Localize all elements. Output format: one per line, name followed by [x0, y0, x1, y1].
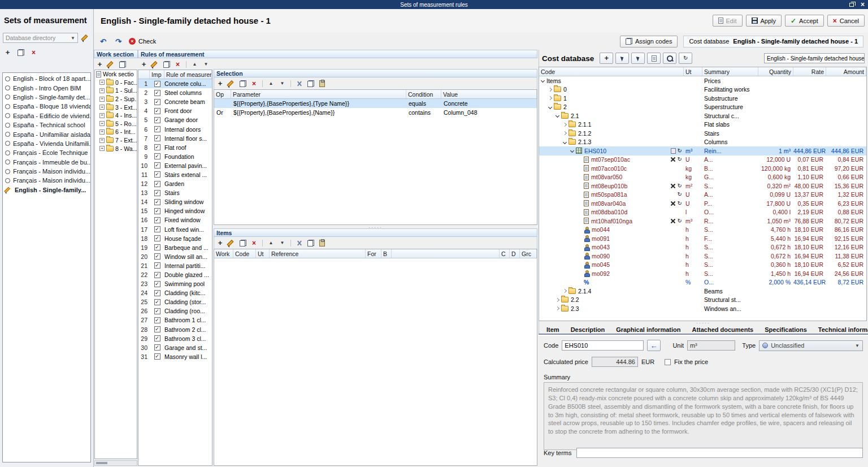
rule-row[interactable]: 19✓Barbeque and ... [138, 243, 212, 252]
cost-document-button[interactable] [647, 53, 661, 64]
tree-chevron-icon[interactable] [548, 105, 552, 109]
rule-row[interactable]: 24✓Cladding (kitc... [138, 288, 212, 297]
cost-search-button[interactable] [663, 53, 676, 64]
rule-checkbox[interactable]: ✓ [154, 353, 160, 360]
edit-directory-button[interactable] [81, 33, 90, 42]
add-condition-button[interactable]: + [215, 79, 225, 88]
move-condition-up-button[interactable]: ▲ [266, 79, 276, 88]
horizontal-splitter[interactable]: ····· [539, 321, 868, 325]
expand-icon[interactable]: + [99, 105, 105, 110]
cost-row[interactable]: mt08var050kgG...0,600 kg1,10 EUR0,66 EUR [539, 173, 866, 182]
rule-checkbox[interactable]: ✓ [154, 235, 160, 241]
rule-row[interactable]: 17✓Loft fixed win... [138, 225, 212, 234]
rule-row[interactable]: 11✓Stairs extenal ... [138, 170, 212, 179]
copy-condition-button[interactable] [238, 79, 248, 88]
rule-checkbox[interactable]: ✓ [154, 272, 160, 278]
tab-attached-documents[interactable]: Attached documents [692, 326, 753, 333]
tree-chevron-icon[interactable] [555, 306, 559, 310]
go-back-button[interactable]: ← [647, 340, 660, 351]
work-section-node[interactable]: +1 - Sul... [95, 87, 137, 95]
cost-row[interactable]: ItemsPrices [539, 76, 866, 85]
rule-row[interactable]: 5✓Garage door [138, 115, 212, 124]
rule-row[interactable]: 2✓Steel columns [138, 88, 212, 97]
tree-chevron-icon[interactable] [555, 114, 559, 118]
selection-row[interactable]: ${{Property},{BaseProperties},{Type Name… [214, 99, 537, 108]
tab-technical-information[interactable]: Technical information [818, 326, 868, 333]
rule-checkbox[interactable]: ✓ [154, 144, 160, 150]
database-directory-combo[interactable]: Database directory ▼ [3, 33, 78, 43]
cost-row[interactable]: mo091hF...5,440 h16,94 EUR92,15 EUR [539, 234, 866, 243]
rule-checkbox[interactable]: ✓ [154, 226, 160, 232]
rule-row[interactable]: 15✓Hinged window [138, 206, 212, 215]
accept-button[interactable]: ✓Accept [785, 15, 824, 27]
work-section-hscrollbar[interactable] [94, 460, 137, 466]
rule-checkbox[interactable]: ✓ [154, 108, 160, 114]
rule-checkbox[interactable]: ✓ [154, 171, 160, 178]
move-rule-down-button[interactable]: ▼ [201, 60, 211, 69]
unit-field[interactable]: m³ [687, 340, 735, 351]
rule-row[interactable]: 16✓Fixed window [138, 215, 212, 224]
rule-row[interactable]: 7✓Internal floor s... [138, 134, 212, 143]
work-section-node[interactable]: +8 - Wa... [95, 144, 137, 153]
undo-button[interactable]: ↶ [98, 37, 108, 46]
cost-row[interactable]: mt50spa081a↻UA...0,099 U13,37 EUR1,32 EU… [539, 191, 866, 200]
copy-clipboard-button[interactable] [306, 79, 315, 88]
set-list-item[interactable]: English - Single-family det... [3, 93, 90, 102]
cost-row[interactable]: 2.3Windows an... [539, 304, 866, 313]
work-section-node[interactable]: +7 - Ext... [95, 136, 137, 145]
cost-row[interactable]: mt08eup010b↻m²S...0,320 m²48,00 EUR15,36… [539, 181, 866, 191]
set-list-item[interactable]: English - Single-family... [3, 185, 90, 194]
edit-rule-button[interactable] [150, 60, 160, 69]
rule-row[interactable]: 23✓Swimming pool [138, 279, 212, 288]
delete-set-button[interactable]: × [29, 48, 38, 57]
set-list-item[interactable]: English - Intro Open BIM [3, 83, 90, 92]
cost-row[interactable]: mt07aco010ckgB...120,000 kg0,81 EUR97,20… [539, 164, 866, 173]
check-button[interactable]: × Check [129, 38, 156, 45]
edit-item-button[interactable] [227, 239, 236, 248]
set-list-item[interactable]: Français - Immeuble de bu... [3, 158, 90, 167]
rule-row[interactable]: 10✓External pavin... [138, 161, 212, 170]
rule-checkbox[interactable]: ✓ [154, 317, 160, 323]
cost-row[interactable]: mo044hS...4,760 h18,10 EUR86,16 EUR [539, 226, 866, 235]
add-rule-button[interactable]: + [139, 60, 149, 69]
tab-specifications[interactable]: Specifications [765, 326, 807, 333]
delete-condition-button[interactable]: × [249, 79, 259, 88]
rule-row[interactable]: 18✓House façade [138, 234, 212, 243]
delete-item-button[interactable]: × [249, 239, 259, 248]
code-field[interactable]: EHS010 [562, 340, 644, 351]
move-rule-up-button[interactable]: ▲ [190, 60, 199, 69]
rule-checkbox[interactable]: ✓ [154, 181, 160, 187]
cost-row[interactable]: mt10haf010nga↻m³R...1,050 m³76,88 EUR80,… [539, 217, 866, 226]
tree-chevron-icon[interactable] [548, 88, 552, 92]
work-section-node[interactable]: +4 - Ins... [95, 111, 137, 120]
rule-row[interactable]: 29✓Bathroom 3 cl... [138, 334, 212, 343]
copy-rule-button[interactable] [162, 60, 171, 69]
rule-row[interactable]: 26✓Cladding (roo... [138, 306, 212, 315]
type-combo[interactable]: Unclassified ▼ [759, 340, 863, 351]
tree-chevron-icon[interactable] [555, 298, 559, 302]
rule-checkbox[interactable]: ✓ [154, 253, 160, 260]
rule-checkbox[interactable]: ✓ [154, 153, 160, 159]
cost-row[interactable]: 2.1.1Flat slabs [539, 120, 866, 129]
cost-row[interactable]: 1Substructure [539, 94, 866, 103]
cost-row[interactable]: 2Superstructure [539, 103, 866, 112]
work-section-root[interactable]: Work sectio [95, 70, 137, 79]
rule-checkbox[interactable]: ✓ [154, 299, 160, 305]
work-section-node[interactable]: +0 - Fac... [95, 79, 137, 87]
set-list-item[interactable]: España - Bloque 18 viviendas [3, 102, 90, 111]
copy-work-section-button[interactable] [118, 60, 127, 69]
cost-database-combo[interactable]: English - Single-family detached house -… [764, 53, 865, 63]
move-condition-down-button[interactable]: ▼ [277, 79, 287, 88]
assign-codes-button[interactable]: Assign codes [620, 36, 678, 47]
tree-chevron-icon[interactable] [570, 149, 574, 153]
cost-row[interactable]: mt08var040a↻UP...17,800 U0,35 EUR6,23 EU… [539, 199, 866, 208]
summary-text[interactable]: Reinforced concrete rectangular or squar… [544, 382, 863, 450]
rule-checkbox[interactable]: ✓ [154, 162, 160, 168]
close-window-icon[interactable]: × [861, 0, 865, 9]
rule-row[interactable]: 20✓Window sill an... [138, 252, 212, 261]
apply-button[interactable]: Apply [746, 15, 782, 27]
cost-row[interactable]: mo092hS...1,450 h16,94 EUR24,56 EUR [539, 269, 866, 278]
cost-row[interactable]: 2.1.3Columns [539, 138, 866, 147]
tree-chevron-icon[interactable] [563, 123, 567, 127]
set-list-item[interactable]: English - Block of 18 apart... [3, 74, 90, 83]
